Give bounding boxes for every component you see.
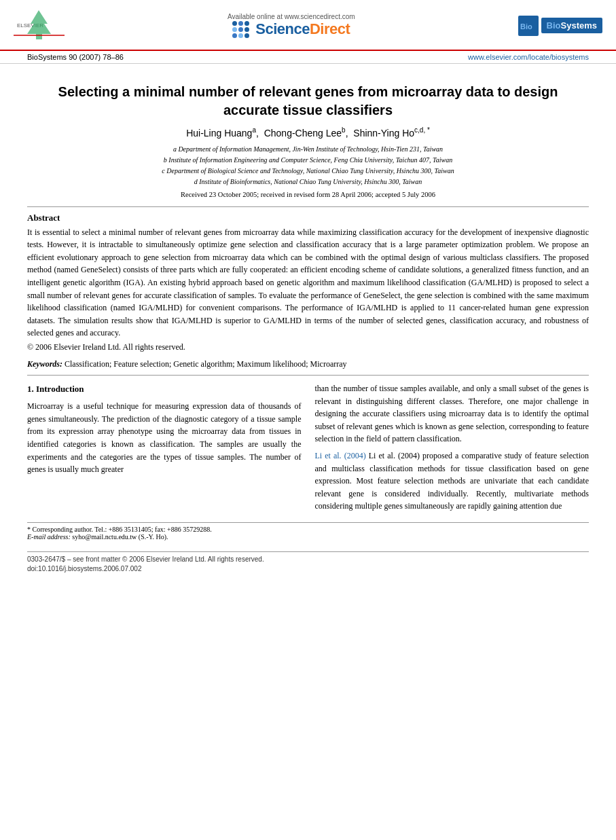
author-1: Hui-Ling Huang (186, 128, 252, 139)
left-column: 1. Introduction Microarray is a useful t… (27, 382, 302, 517)
intro-para-3: Li et al. (2004) Li et al. (2004) propos… (315, 450, 590, 513)
affiliation-b: b Institute of Information Engineering a… (27, 155, 589, 165)
body-columns: 1. Introduction Microarray is a useful t… (27, 382, 589, 517)
journal-url: www.elsevier.com/locate/biosystems (468, 53, 589, 61)
svg-text:Bio: Bio (520, 22, 532, 31)
sd-brand: ScienceDirect (232, 20, 350, 38)
journal-info-bar: BioSystems 90 (2007) 78–86 www.elsevier.… (0, 51, 616, 64)
sciencedirect-brand-text: ScienceDirect (255, 20, 350, 38)
li-reference: Li et al. (2004) (315, 451, 366, 460)
intro-para-1: Microarray is a useful technique for mea… (27, 400, 302, 476)
intro-heading: 1. Introduction (27, 382, 302, 396)
divider-1 (27, 206, 589, 207)
main-content: Selecting a minimal number of relevant g… (0, 64, 616, 587)
doi-line: doi:10.1016/j.biosystems.2006.07.002 (27, 564, 589, 574)
email-label: E-mail address: (27, 533, 71, 541)
abstract-section: Abstract It is essential to select a min… (27, 213, 589, 352)
article-title: Selecting a minimal number of relevant g… (27, 83, 589, 120)
journal-info: BioSystems 90 (2007) 78–86 (27, 53, 124, 61)
svg-rect-3 (36, 34, 42, 39)
keywords-label: Keywords: (27, 359, 62, 369)
copyright-text: © 2006 Elsevier Ireland Ltd. All rights … (27, 342, 589, 352)
affiliation-d: d Institute of Bioinformatics, National … (27, 177, 589, 187)
issn-line: 0303-2647/$ – see front matter © 2006 El… (27, 555, 589, 564)
divider-2 (27, 375, 589, 376)
biosystems-brand-text: BioSystems (541, 18, 602, 33)
abstract-text: It is essential to select a minimal numb… (27, 226, 589, 340)
available-online-text: Available online at www.sciencedirect.co… (228, 13, 355, 20)
biosystems-icon: Bio (518, 16, 539, 36)
affiliation-a: a Department of Information Management, … (27, 144, 589, 154)
authors-line: Hui-Ling Huanga, Chong-Cheng Leeb, Shinn… (27, 126, 589, 139)
sciencedirect-logo-area: Available online at www.sciencedirect.co… (65, 13, 518, 38)
affiliation-c: c Department of Biological Science and T… (27, 166, 589, 176)
email-line: E-mail address: syho@mail.nctu.edu.tw (S… (27, 533, 589, 541)
intro-para-2: than the number of tissue samples availa… (315, 382, 590, 445)
biosystems-logo-area: Bio BioSystems (518, 16, 602, 36)
corresponding-author-note: * Corresponding author. Tel.: +886 35131… (27, 526, 589, 533)
received-dates: Received 23 October 2005; received in re… (27, 191, 589, 198)
author-3: Shinn-Ying Ho (353, 128, 414, 139)
abstract-heading: Abstract (27, 213, 589, 223)
sd-dots-icon (232, 21, 251, 38)
keywords-line: Keywords: Classification; Feature select… (27, 359, 589, 369)
author-2: Chong-Cheng Lee (264, 128, 342, 139)
footnote-area: * Corresponding author. Tel.: +886 35131… (27, 522, 589, 541)
page-footer: 0303-2647/$ – see front matter © 2006 El… (27, 551, 589, 574)
right-column: than the number of tissue samples availa… (315, 382, 590, 517)
elsevier-logo-icon: ELSEVIER (14, 7, 65, 44)
page-header: ELSEVIER Available online at www.science… (0, 0, 616, 51)
affiliations: a Department of Information Management, … (27, 144, 589, 187)
elsevier-logo-area: ELSEVIER (14, 7, 65, 44)
email-value: syho@mail.nctu.edu.tw (S.-Y. Ho). (72, 533, 168, 541)
keywords-values: Classification; Feature selection; Genet… (65, 359, 347, 369)
